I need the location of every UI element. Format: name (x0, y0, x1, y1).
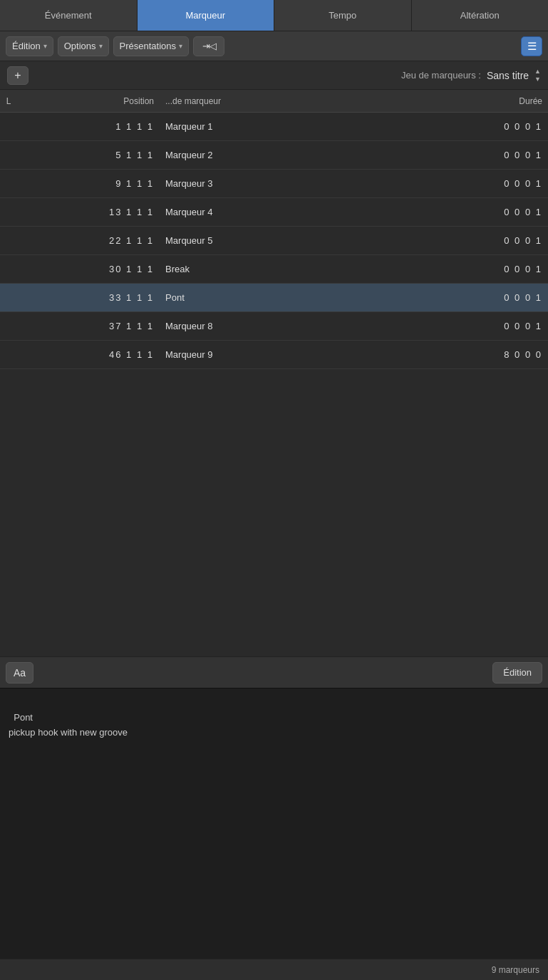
marker-set-bar: + Jeu de marqueurs : Sans titre ▲ ▼ (0, 61, 548, 90)
presentations-chevron-icon: ▾ (179, 42, 182, 50)
cell-name: Marqueur 4 (160, 207, 288, 217)
cell-duration: 0 0 0 1 (288, 207, 548, 217)
cell-name: Marqueur 9 (160, 349, 288, 360)
table-row[interactable]: 22 1 1 1 Marqueur 5 0 0 0 1 (0, 227, 548, 255)
table-row[interactable]: 30 1 1 1 Break 0 0 0 1 (0, 255, 548, 284)
cell-name: Marqueur 1 (160, 121, 288, 132)
presentations-dropdown[interactable]: Présentations ▾ (113, 36, 190, 56)
marker-set-stepper[interactable]: ▲ ▼ (534, 68, 541, 83)
table-row[interactable]: 5 1 1 1 Marqueur 2 0 0 0 1 (0, 141, 548, 170)
table-row[interactable]: 1 1 1 1 Marqueur 1 0 0 0 1 (0, 113, 548, 141)
cell-position: 1 1 1 1 (17, 121, 160, 132)
stepper-up-icon: ▲ (534, 68, 541, 76)
edition-dropdown[interactable]: Édition ▾ (6, 36, 53, 56)
cell-duration: 0 0 0 1 (288, 264, 548, 274)
col-header-position: Position (17, 96, 160, 106)
cell-position: 13 1 1 1 (17, 207, 160, 217)
table-row[interactable]: 13 1 1 1 Marqueur 4 0 0 0 1 (0, 198, 548, 227)
cell-position: 33 1 1 1 (17, 292, 160, 303)
table-header: L Position ...de marqueur Durée (0, 90, 548, 113)
toolbar: Édition ▾ Options ▾ Présentations ▾ ⇥◁ ☰ (0, 31, 548, 61)
cell-name: Marqueur 3 (160, 178, 288, 189)
table-row[interactable]: 9 1 1 1 Marqueur 3 0 0 0 1 (0, 170, 548, 198)
cell-position: 9 1 1 1 (17, 178, 160, 189)
cell-duration: 0 0 0 1 (288, 178, 548, 189)
tab-tempo[interactable]: Tempo (274, 0, 412, 31)
cell-name: Marqueur 8 (160, 321, 288, 331)
table-container: L Position ...de marqueur Durée 1 1 1 1 … (0, 90, 548, 656)
cell-name: Marqueur 2 (160, 150, 288, 160)
cell-name: Break (160, 264, 288, 274)
cell-duration: 0 0 0 1 (288, 235, 548, 246)
col-header-name: ...de marqueur (160, 96, 288, 106)
tab-evenement[interactable]: Événement (0, 0, 138, 31)
col-header-lock: L (0, 96, 17, 106)
col-header-duration: Durée (288, 96, 548, 106)
cell-position: 30 1 1 1 (17, 264, 160, 274)
cell-duration: 0 0 0 1 (288, 321, 548, 331)
font-button[interactable]: Aa (6, 662, 33, 684)
cell-duration: 0 0 0 1 (288, 292, 548, 303)
tab-alteration[interactable]: Altération (412, 0, 549, 31)
table-row[interactable]: 37 1 1 1 Marqueur 8 0 0 0 1 (0, 312, 548, 341)
marker-count: 9 marqueurs (492, 965, 539, 975)
marker-set-label: Jeu de marqueurs : (34, 70, 487, 81)
edition-chevron-icon: ▾ (43, 42, 47, 50)
marker-set-value: Sans titre (487, 70, 529, 81)
cell-name: Marqueur 5 (160, 235, 288, 246)
table-row-selected[interactable]: 33 1 1 1 Pont 0 0 0 1 (0, 284, 548, 312)
cell-duration: 8 0 0 0 (288, 349, 548, 360)
list-icon: ☰ (527, 40, 537, 53)
cell-position: 37 1 1 1 (17, 321, 160, 331)
bottom-bar: Aa Édition (0, 656, 548, 688)
table-row[interactable]: 46 1 1 1 Marqueur 9 8 0 0 0 (0, 341, 548, 369)
list-view-button[interactable]: ☰ (521, 36, 542, 56)
cell-position: 46 1 1 1 (17, 349, 160, 360)
cell-duration: 0 0 0 1 (288, 150, 548, 160)
options-chevron-icon: ▾ (99, 42, 103, 50)
table-empty-space (0, 369, 548, 583)
filter-button[interactable]: ⇥◁ (193, 36, 224, 56)
filter-icon: ⇥◁ (202, 41, 216, 51)
stepper-down-icon: ▼ (534, 76, 541, 83)
edition-button[interactable]: Édition (492, 662, 542, 684)
notes-area[interactable]: Pont pickup hook with new groove (0, 688, 548, 959)
cell-position: 22 1 1 1 (17, 235, 160, 246)
cell-duration: 0 0 0 1 (288, 121, 548, 132)
status-bar: 9 marqueurs (0, 959, 548, 980)
tab-marqueur[interactable]: Marqueur (138, 0, 275, 31)
options-dropdown[interactable]: Options ▾ (58, 36, 109, 56)
tab-bar: Événement Marqueur Tempo Altération (0, 0, 548, 31)
cell-name: Pont (160, 292, 288, 303)
notes-text: Pont pickup hook with new groove (9, 712, 128, 738)
add-marker-button[interactable]: + (7, 66, 29, 85)
cell-position: 5 1 1 1 (17, 150, 160, 160)
